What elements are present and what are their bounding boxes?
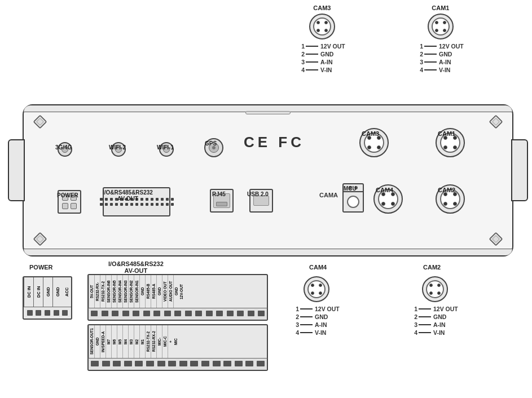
device-rj45-area: RJ45 bbox=[210, 189, 223, 195]
iopin1 bbox=[100, 198, 103, 201]
pwrpin1 bbox=[25, 310, 34, 316]
ioup12 bbox=[206, 311, 213, 316]
io-lbl2-m6: M6 bbox=[111, 325, 117, 358]
iodp10 bbox=[190, 361, 198, 366]
device-mcu-area: MCU bbox=[342, 183, 355, 189]
cam1-pin4 bbox=[443, 29, 446, 32]
io-lbl2-gnd: GND bbox=[94, 325, 100, 358]
ioup11 bbox=[195, 311, 202, 316]
iopin15 bbox=[171, 198, 174, 201]
pwr-lbl-dcin2: DC IN bbox=[33, 277, 43, 307]
cam2-pinout-lines: 112V OUT 2GND 3A-IN 4V-IN bbox=[412, 306, 458, 336]
io-lbl2-m3: M3 bbox=[128, 325, 134, 358]
ioup13 bbox=[216, 311, 223, 316]
pwrpin4-sq bbox=[54, 310, 59, 316]
io-lbl-rs232rx: RS232-RX- bbox=[94, 275, 100, 308]
iodp13 bbox=[223, 361, 231, 366]
bolt-bl bbox=[33, 232, 47, 246]
device-cam3-pin4 bbox=[377, 145, 381, 149]
device-cam2-area: CAM2 bbox=[436, 184, 453, 191]
pwr-lbl-acc: ACC bbox=[62, 277, 71, 307]
cam3-pin3 bbox=[316, 29, 320, 32]
cam4-pinout-bottom: 112V OUT 2GND 3A-IN 4V-IN bbox=[293, 276, 340, 337]
iodp6 bbox=[146, 361, 154, 366]
bolt-br bbox=[489, 232, 503, 246]
pwrpin3 bbox=[43, 310, 52, 316]
iopin24 bbox=[140, 203, 143, 206]
device-cam2-label: CAM2 bbox=[438, 187, 455, 193]
pwrpin3-sq bbox=[45, 310, 50, 316]
iopin19 bbox=[115, 203, 118, 206]
io-lbl2-plus: + bbox=[168, 325, 173, 358]
iopin13 bbox=[161, 198, 164, 201]
device-usb-area: USB 2.0 bbox=[249, 189, 271, 195]
ioup10 bbox=[185, 311, 192, 316]
cam3-pin2 bbox=[324, 21, 328, 24]
cam3-pin1 bbox=[316, 21, 320, 24]
cam4-bpin1 bbox=[311, 284, 314, 287]
io-lbl-s5: SENSOR-IN5 bbox=[111, 275, 117, 308]
io-detail-block: 5V-OUT RS232-RX- RS232-TX-2 SENSOR-IN6 S… bbox=[87, 274, 268, 371]
device-cam2-pin4 bbox=[453, 202, 457, 206]
iopin22 bbox=[130, 203, 133, 206]
pwr-lbl-dcin1: DC IN bbox=[24, 277, 33, 307]
io-lbl2-m7: M7 bbox=[105, 325, 111, 358]
bolt-tl bbox=[33, 115, 47, 129]
iopin16 bbox=[100, 203, 103, 206]
io-row2 bbox=[100, 203, 174, 206]
device-usb-label: USB 2.0 bbox=[247, 191, 269, 197]
io-lbl-5vout: 5V-OUT bbox=[89, 275, 94, 308]
power-block: DC IN DC IN GND GND ACC bbox=[23, 276, 72, 320]
pwrpin4 bbox=[52, 310, 61, 316]
iopin27 bbox=[156, 203, 159, 206]
cam3-pinout-top: CAM3 112V OUT 2GND 3A-IN 4V-IN bbox=[299, 5, 345, 74]
cam3-pin4 bbox=[324, 29, 328, 32]
cam1-top-label: CAM1 bbox=[417, 5, 464, 11]
ppin3 bbox=[62, 203, 68, 209]
top-notch bbox=[245, 111, 291, 114]
ioup9 bbox=[174, 311, 181, 316]
io-sublabel-text: AV-OUT bbox=[117, 196, 138, 202]
io-lower-labels: SENSOR-OUT1 GND IN/SPEED-A M7 M6 M5 M4 M… bbox=[87, 324, 268, 358]
iopin18 bbox=[110, 203, 113, 206]
power-pin-row bbox=[24, 307, 71, 319]
cam1-pinout-top: CAM1 112V OUT 2GND 3A-IN 4V-IN bbox=[417, 5, 464, 74]
power-labels: DC IN DC IN GND GND ACC bbox=[24, 277, 71, 307]
bolt-tr bbox=[489, 115, 503, 129]
iodp9 bbox=[179, 361, 187, 366]
iopin26 bbox=[151, 203, 153, 206]
iodp7 bbox=[157, 361, 165, 366]
pwrpin2-sq bbox=[36, 310, 41, 316]
ioup14 bbox=[227, 311, 234, 316]
bottom-cam2-label: CAM2 bbox=[423, 264, 441, 271]
iodp4 bbox=[124, 361, 132, 366]
cam2-pinout-bottom: 112V OUT 2GND 3A-IN 4V-IN bbox=[412, 276, 458, 337]
pwrpin2 bbox=[34, 310, 43, 316]
io-lbl-s4: SENSOR-IN4 bbox=[117, 275, 122, 308]
cam4-pinout-lines: 112V OUT 2GND 3A-IN 4V-IN bbox=[293, 306, 340, 336]
cam4-bpin4 bbox=[319, 291, 322, 295]
cam2-bpin4 bbox=[437, 291, 441, 295]
io-lower-pins bbox=[91, 361, 265, 366]
device-body: 3G/4G WIFI-2 WIFI-1 GPS CE FC bbox=[23, 104, 513, 257]
pwrpin5 bbox=[60, 310, 69, 316]
device-io-area: I/O&RS485&RS232 AV-OUT bbox=[103, 187, 153, 200]
iodp8 bbox=[168, 361, 176, 366]
cama-label: CAMA bbox=[319, 192, 338, 198]
cam2-bpin3 bbox=[429, 291, 433, 295]
cam4-bottom-inner bbox=[307, 280, 326, 298]
mcu-circle bbox=[347, 196, 359, 208]
cam4-bpin3 bbox=[311, 291, 314, 295]
device-cam1-pin3 bbox=[443, 145, 447, 149]
gps-area: GPS bbox=[204, 138, 216, 144]
device-cam1-pin4 bbox=[453, 145, 457, 149]
io-lbl-rs485b: RS485-B bbox=[145, 275, 151, 308]
cam3-top-inner bbox=[313, 17, 331, 36]
device-power-area: POWER bbox=[58, 190, 79, 196]
cam3-pinout-lines: 112V OUT 2GND 3A-IN 4V-IN bbox=[299, 43, 345, 73]
io-lbl-s1: SENSOR-IN1 bbox=[134, 275, 139, 308]
ioup8 bbox=[164, 311, 171, 316]
gps-label: GPS bbox=[205, 140, 217, 147]
device-cam4-pin3 bbox=[381, 202, 385, 206]
bottom-io-label-text: I/O&RS485&RS232 bbox=[108, 260, 164, 267]
